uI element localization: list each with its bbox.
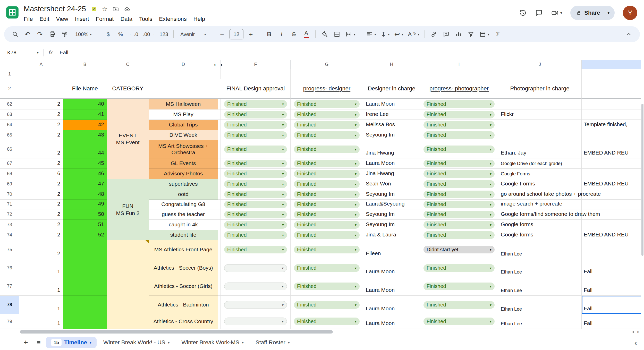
column-header-d[interactable]: D xyxy=(149,60,218,69)
cell-I70[interactable]: Finished▾ xyxy=(420,189,498,200)
increase-font-size-button[interactable]: + xyxy=(245,28,257,40)
status-dropdown-I77[interactable]: Finished▾ xyxy=(423,283,495,290)
cell-F79[interactable]: ▾ xyxy=(221,314,291,329)
hidden-column-left-icon[interactable]: ◂ xyxy=(214,63,215,67)
cell-E62[interactable] xyxy=(218,99,221,109)
formula-input[interactable]: Fall xyxy=(60,49,68,56)
row-header-77[interactable]: 77 xyxy=(0,277,19,296)
cell-D66[interactable]: MS Art Showcases + Orchestra xyxy=(149,140,218,158)
cell-D78[interactable]: Athletics - Badminton xyxy=(149,296,218,314)
empty-cell-row1[interactable] xyxy=(221,69,291,79)
cell-F70[interactable]: Finished▾ xyxy=(221,189,291,200)
cell-A74[interactable]: 2 xyxy=(19,230,63,240)
row-header-63[interactable]: 63 xyxy=(0,109,19,120)
cell-K66[interactable]: EMBED AND REU xyxy=(582,140,644,158)
cell-K68[interactable] xyxy=(582,169,644,179)
row-header-76[interactable]: 76 xyxy=(0,259,19,277)
row-header-69[interactable]: 69 xyxy=(0,179,19,189)
cell-A65[interactable]: 2 xyxy=(19,130,63,140)
status-dropdown-F67[interactable]: Finished▾ xyxy=(224,160,287,167)
cell-E76[interactable] xyxy=(218,259,221,277)
decrease-decimal-button[interactable]: ←.0 xyxy=(127,28,140,40)
scroll-left-icon[interactable]: ◂ xyxy=(632,329,634,334)
merge-cells-button[interactable]: ▾ xyxy=(343,28,358,40)
header-cell[interactable]: File Name xyxy=(63,79,107,99)
cell-B62[interactable]: 40 xyxy=(63,99,107,109)
status-dropdown-I62[interactable]: Finished▾ xyxy=(423,100,495,108)
cell-F67[interactable]: Finished▾ xyxy=(221,158,291,169)
cell-B70[interactable]: 48 xyxy=(63,189,107,200)
row-header-74[interactable]: 74 xyxy=(0,230,19,240)
collapse-toolbar-button[interactable] xyxy=(623,28,635,40)
cell-D75[interactable]: MS Athletics Front Page xyxy=(149,240,218,259)
status-dropdown-I69[interactable]: Finished▾ xyxy=(423,180,495,188)
empty-cell-row1[interactable] xyxy=(63,69,107,79)
cell-A64[interactable]: 2 xyxy=(19,120,63,130)
cell-H77[interactable]: Laura Moon xyxy=(363,277,420,296)
status-dropdown-I65[interactable]: Finished▾ xyxy=(423,131,495,139)
cell-E63[interactable] xyxy=(218,109,221,120)
cell-J64[interactable] xyxy=(498,120,582,130)
status-dropdown-I75[interactable]: Didnt start yet▾ xyxy=(423,246,495,253)
cell-G73[interactable]: Finished▾ xyxy=(291,220,363,230)
status-dropdown-F66[interactable]: Finished▾ xyxy=(224,146,287,153)
cell-A66[interactable]: 2 xyxy=(19,140,63,158)
column-header-k[interactable] xyxy=(582,60,644,69)
menu-view[interactable]: View xyxy=(53,15,71,23)
cell-F69[interactable]: Finished▾ xyxy=(221,179,291,189)
merged-category-cell-fun-ms-fun-2[interactable]: FUNMS Fun 2 xyxy=(107,179,149,240)
cell-B65[interactable]: 43 xyxy=(63,130,107,140)
cell-E77[interactable] xyxy=(218,277,221,296)
cell-K78[interactable]: Fall xyxy=(582,296,644,314)
status-dropdown-F62[interactable]: Finished▾ xyxy=(224,100,287,108)
status-dropdown-I63[interactable]: Finished▾ xyxy=(423,111,495,118)
cell-I69[interactable]: Finished▾ xyxy=(420,179,498,189)
cell-F65[interactable]: Finished▾ xyxy=(221,130,291,140)
cell-I74[interactable]: Finished▾ xyxy=(420,230,498,240)
cell-I65[interactable]: Finished▾ xyxy=(420,130,498,140)
cell-J78[interactable]: Ethan Lee xyxy=(498,296,582,314)
cell-G65[interactable]: Finished▾ xyxy=(291,130,363,140)
cell-E68[interactable] xyxy=(218,169,221,179)
column-header-j[interactable]: J xyxy=(498,60,582,69)
cell-E66[interactable] xyxy=(218,140,221,158)
status-dropdown-I68[interactable]: Finished▾ xyxy=(423,170,495,178)
cell-B79[interactable] xyxy=(63,314,107,329)
cell-K73[interactable] xyxy=(582,220,644,230)
status-dropdown-F75[interactable]: Finished▾ xyxy=(224,246,287,253)
cell-H72[interactable]: Seyoung Im xyxy=(363,209,420,220)
cell-B64[interactable]: 42 xyxy=(63,120,107,130)
cell-D79[interactable]: Athletics - Cross Country xyxy=(149,314,218,329)
row-header-75[interactable]: 75 xyxy=(0,240,19,259)
meet-button[interactable]: ▾ xyxy=(551,9,562,17)
cell-A76[interactable]: 1 xyxy=(19,259,63,277)
font-select[interactable]: Avenir▾ xyxy=(177,28,210,40)
cell-E73[interactable] xyxy=(218,220,221,230)
status-dropdown-G78[interactable]: Finished▾ xyxy=(294,301,360,309)
text-wrap-button[interactable]: ↩▾ xyxy=(392,28,405,40)
increase-decimal-button[interactable]: .00→ xyxy=(141,28,157,40)
cell-I66[interactable]: Finished▾ xyxy=(420,140,498,158)
cell-H62[interactable]: Laura Moon xyxy=(363,99,420,109)
zoom-select[interactable]: 100%▾ xyxy=(71,28,96,40)
share-dropdown-icon[interactable]: ▾ xyxy=(604,11,613,15)
row-header-64[interactable]: 64 xyxy=(0,120,19,130)
cell-D74[interactable]: student life xyxy=(149,230,218,240)
status-dropdown-G79[interactable]: Finished▾ xyxy=(294,318,360,325)
column-header-c[interactable]: C xyxy=(107,60,149,69)
cell-J71[interactable]: image search + procreate xyxy=(498,200,582,209)
all-sheets-button[interactable]: ≡ xyxy=(33,337,44,348)
cell-H71[interactable]: Laura&Seyoung xyxy=(363,200,420,209)
cell-I75[interactable]: Didnt start yet▾ xyxy=(420,240,498,259)
format-percent-button[interactable]: % xyxy=(115,28,126,40)
status-dropdown-F72[interactable]: Finished▾ xyxy=(224,211,287,218)
menu-help[interactable]: Help xyxy=(190,15,208,23)
empty-cell-row1[interactable] xyxy=(498,69,582,79)
cell-F71[interactable]: Finished▾ xyxy=(221,200,291,209)
row-header-1[interactable]: 1 xyxy=(0,69,19,79)
merged-category-cell-athletics[interactable] xyxy=(107,240,149,329)
bold-button[interactable]: B xyxy=(263,28,275,40)
cell-J68[interactable]: Google Forms xyxy=(498,169,582,179)
empty-cell-row1[interactable] xyxy=(420,69,498,79)
menu-file[interactable]: File xyxy=(24,15,36,23)
